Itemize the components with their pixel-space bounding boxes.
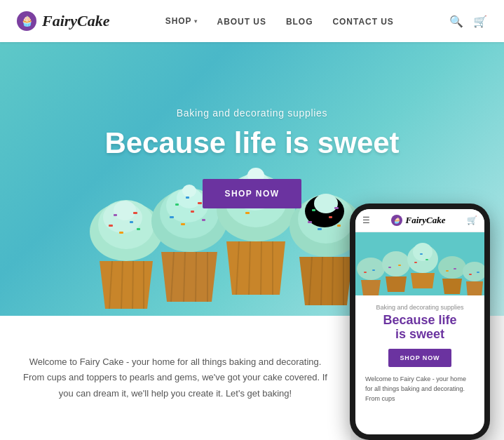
contact-label: CONTACT US xyxy=(332,17,393,27)
svg-line-59 xyxy=(332,257,333,305)
mobile-shop-now-button[interactable]: SHOP NOW xyxy=(388,349,451,367)
svg-rect-74 xyxy=(364,272,367,273)
mobile-brand-icon: 🧁 xyxy=(391,215,402,226)
nav-item-about[interactable]: ABOUT US xyxy=(217,15,266,27)
svg-rect-82 xyxy=(425,259,428,260)
mobile-screen: ☰ 🧁 FairyCake 🛒 xyxy=(355,209,484,434)
mobile-menu-icon[interactable]: ☰ xyxy=(362,215,370,225)
nav-icons-group: 🔍 🛒 xyxy=(449,15,487,28)
lower-content: Welcome to Fairy Cake - your home for al… xyxy=(0,316,350,440)
svg-rect-86 xyxy=(454,268,456,269)
svg-rect-19 xyxy=(170,216,174,218)
svg-rect-85 xyxy=(446,270,449,272)
svg-rect-53 xyxy=(318,228,322,230)
svg-line-12 xyxy=(132,261,133,309)
svg-rect-52 xyxy=(329,216,332,218)
svg-rect-9 xyxy=(133,212,137,214)
svg-rect-4 xyxy=(109,225,113,227)
blog-label: BLOG xyxy=(286,17,313,27)
svg-rect-54 xyxy=(337,225,341,227)
svg-rect-37 xyxy=(245,212,250,214)
svg-point-73 xyxy=(357,258,385,280)
nav-links: SHOP ▾ ABOUT US BLOG CONTACT US xyxy=(165,15,394,27)
svg-rect-20 xyxy=(191,211,194,213)
svg-rect-7 xyxy=(137,228,140,230)
mobile-cupcakes-svg xyxy=(355,232,484,295)
mobile-hero-subtitle: Baking and decorating supplies xyxy=(364,304,476,311)
svg-line-28 xyxy=(196,252,196,302)
mobile-navbar: ☰ 🧁 FairyCake 🛒 xyxy=(355,209,484,232)
svg-rect-88 xyxy=(469,274,472,275)
svg-rect-78 xyxy=(398,265,401,266)
svg-rect-77 xyxy=(388,267,391,268)
chevron-down-icon: ▾ xyxy=(194,18,198,25)
hero-title: Because life is sweet xyxy=(104,127,399,159)
nav-item-contact[interactable]: CONTACT US xyxy=(332,15,393,27)
mobile-welcome-text: Welcome to Fairy Cake - your home for al… xyxy=(364,374,476,404)
search-icon[interactable]: 🔍 xyxy=(449,15,463,28)
nav-item-blog[interactable]: BLOG xyxy=(286,15,313,27)
svg-rect-55 xyxy=(312,209,315,211)
svg-rect-22 xyxy=(202,219,205,221)
svg-rect-51 xyxy=(308,221,312,223)
about-label: ABOUT US xyxy=(217,17,266,27)
mobile-hero xyxy=(355,232,484,295)
svg-rect-6 xyxy=(119,232,123,234)
svg-rect-21 xyxy=(181,223,185,225)
mobile-content: Baking and decorating supplies Because l… xyxy=(355,295,484,413)
shop-label: SHOP xyxy=(165,16,192,26)
nav-item-shop[interactable]: SHOP ▾ xyxy=(165,16,198,26)
svg-point-80 xyxy=(413,243,433,261)
svg-rect-8 xyxy=(114,214,117,216)
welcome-text: Welcome to Fairy Cake - your home for al… xyxy=(21,354,329,401)
mobile-brand-name: FairyCake xyxy=(405,215,445,226)
svg-rect-81 xyxy=(414,262,417,263)
hero-subtitle: Baking and decorating supplies xyxy=(104,107,399,119)
svg-rect-83 xyxy=(420,253,423,255)
mobile-hero-title: Because lifeis sweet xyxy=(364,314,476,342)
svg-rect-5 xyxy=(130,221,133,223)
brand-icon: 🧁 xyxy=(17,11,36,31)
svg-rect-89 xyxy=(477,272,479,273)
svg-rect-75 xyxy=(372,269,375,271)
svg-line-45 xyxy=(261,241,261,295)
brand-logo[interactable]: 🧁 FairyCake xyxy=(17,11,110,31)
brand-name: FairyCake xyxy=(42,12,110,30)
mobile-mockup: ☰ 🧁 FairyCake 🛒 xyxy=(350,204,490,440)
cart-icon[interactable]: 🛒 xyxy=(473,15,487,28)
svg-point-84 xyxy=(438,256,466,279)
mobile-cart-icon[interactable]: 🛒 xyxy=(467,215,477,225)
mobile-brand-logo[interactable]: 🧁 FairyCake xyxy=(391,215,445,226)
shop-now-button[interactable]: SHOP NOW xyxy=(203,179,302,208)
navbar: 🧁 FairyCake SHOP ▾ ABOUT US BLOG CONTACT… xyxy=(0,0,504,42)
hero-content: Baking and decorating supplies Because l… xyxy=(104,107,399,208)
svg-point-76 xyxy=(382,251,410,276)
